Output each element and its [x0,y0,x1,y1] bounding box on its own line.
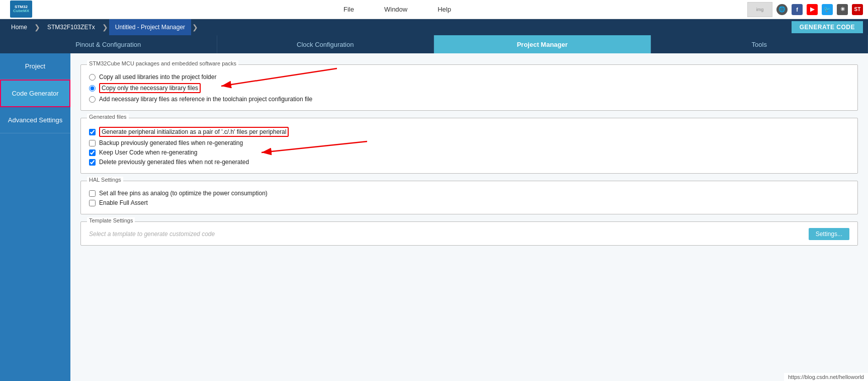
content-area: STM32Cube MCU packages and embedded soft… [70,53,868,381]
menu-items: File Window Help [47,6,747,13]
check-keep-user-code: Keep User Code when re-generating [89,149,849,156]
check-peripheral-init: Generate peripheral initialization as a … [89,127,849,137]
template-settings-legend: Template Settings [87,217,135,223]
check-free-pins-input[interactable] [89,190,96,197]
check-backup-label: Backup previously generated files when r… [99,139,243,146]
stm32cube-legend: STM32Cube MCU packages and embedded soft… [87,60,238,66]
hal-settings-legend: HAL Settings [87,177,123,183]
breadcrumb-arrow-3: ❯ [192,23,198,31]
radio-add-reference: Add necessary library files as reference… [89,96,849,103]
menu-file[interactable]: File [343,6,354,13]
check-free-pins: Set all free pins as analog (to optimize… [89,190,849,197]
breadcrumb-chip[interactable]: STM32F103ZETx [41,19,101,35]
thumbnail: img [747,2,772,17]
template-settings-section: Template Settings Select a template to g… [80,221,858,246]
radio-copy-all-input[interactable] [89,74,96,81]
check-free-pins-label: Set all free pins as analog (to optimize… [99,190,268,197]
breadcrumb-arrow-1: ❯ [34,23,40,31]
radio-copy-necessary-label: Copy only the necessary library files [102,85,198,92]
main-layout: Project Code Generator Advanced Settings… [0,53,868,381]
tab-tools[interactable]: Tools [651,35,869,53]
radio-add-reference-input[interactable] [89,96,96,103]
radio-copy-all-label: Copy all used libraries into the project… [99,73,216,81]
footer: https://blog.csdn.net/helloworld [784,373,868,381]
tab-clock[interactable]: Clock Configuration [217,35,435,53]
check-delete-previously-label: Delete previously generated files when n… [99,159,249,166]
menu-window[interactable]: Window [384,6,407,13]
st-icon[interactable]: ST [852,4,863,15]
logo-box: STM32 CubeMX [10,1,32,18]
generated-files-section: Generated files Generate peripheral init… [80,118,858,174]
tab-bar: Pinout & Configuration Clock Configurati… [0,35,868,53]
radio-copy-all: Copy all used libraries into the project… [89,73,849,81]
breadcrumb-project[interactable]: Untitled - Project Manager [109,19,191,35]
hal-settings-section: HAL Settings Set all free pins as analog… [80,181,858,214]
logo: STM32 CubeMX [5,0,37,19]
stm32cube-section: STM32Cube MCU packages and embedded soft… [80,64,858,111]
globe-icon[interactable]: 🌐 [776,4,788,15]
menu-right: img 🌐 f ▶ 🐦 ✳ ST [747,2,863,17]
youtube-icon[interactable]: ▶ [807,4,818,15]
check-peripheral-init-input[interactable] [89,129,96,135]
check-peripheral-init-label: Generate peripheral initialization as a … [102,128,286,135]
settings-button[interactable]: Settings... [809,228,849,240]
breadcrumb-home[interactable]: Home [5,19,33,35]
radio-copy-necessary-input[interactable] [89,85,96,92]
check-backup-input[interactable] [89,140,96,146]
twitter-icon[interactable]: 🐦 [822,4,833,15]
share-icon[interactable]: ✳ [837,4,848,15]
generate-code-button[interactable]: GENERATE CODE [792,21,863,33]
check-full-assert: Enable Full Assert [89,199,849,206]
footer-url: https://blog.csdn.net/helloworld [788,374,864,380]
template-row: Select a template to generate customized… [89,228,849,240]
sidebar: Project Code Generator Advanced Settings [0,53,70,381]
check-peripheral-init-highlight: Generate peripheral initialization as a … [99,127,289,137]
breadcrumb-bar: Home ❯ STM32F103ZETx ❯ Untitled - Projec… [0,19,868,35]
check-delete-previously-input[interactable] [89,159,96,166]
radio-copy-necessary: Copy only the necessary library files [89,83,849,93]
check-backup: Backup previously generated files when r… [89,139,849,146]
sidebar-item-project[interactable]: Project [0,53,70,80]
sidebar-item-advanced-settings[interactable]: Advanced Settings [0,107,70,133]
breadcrumb-arrow-2: ❯ [102,23,108,31]
check-delete-previously: Delete previously generated files when n… [89,159,849,166]
radio-copy-necessary-highlight: Copy only the necessary library files [99,83,201,93]
radio-add-reference-label: Add necessary library files as reference… [99,96,312,103]
menu-bar: STM32 CubeMX File Window Help img 🌐 f ▶ … [0,0,868,19]
generated-files-legend: Generated files [87,114,129,120]
template-placeholder-text: Select a template to generate customized… [89,231,804,238]
check-keep-user-code-input[interactable] [89,149,96,156]
tab-project-manager[interactable]: Project Manager [434,35,651,53]
sidebar-item-code-generator[interactable]: Code Generator [0,80,70,107]
check-full-assert-input[interactable] [89,200,96,206]
check-keep-user-code-label: Keep User Code when re-generating [99,149,197,156]
menu-help[interactable]: Help [438,6,451,13]
tab-pinout[interactable]: Pinout & Configuration [0,35,217,53]
check-full-assert-label: Enable Full Assert [99,199,148,206]
facebook-icon[interactable]: f [792,4,803,15]
